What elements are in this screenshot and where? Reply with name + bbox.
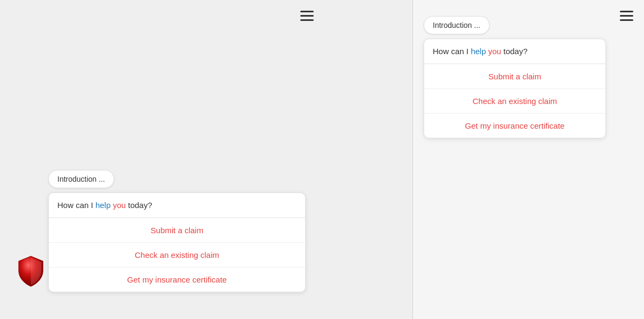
check-claim-btn-right[interactable]: Check an existing claim — [424, 88, 605, 113]
chat-options-right: How can I help you today? Submit a claim… — [424, 39, 606, 138]
intro-bubble-left: Introduction ... — [48, 170, 114, 188]
you-text-right: you — [488, 47, 501, 56]
help-text-right: help — [471, 47, 486, 56]
help-text-left: help — [95, 201, 110, 210]
chat-question-right: How can I help you today? — [424, 39, 605, 64]
chat-question-left: How can I help you today? — [49, 193, 305, 218]
chat-options-left: How can I help you today? Submit a claim… — [48, 192, 306, 292]
insurance-cert-btn-right[interactable]: Get my insurance certificate — [424, 113, 605, 138]
right-panel: Introduction ... How can I help you toda… — [413, 0, 644, 319]
hamburger-menu-right[interactable] — [617, 8, 636, 24]
submit-claim-btn-right[interactable]: Submit a claim — [424, 64, 605, 88]
check-claim-btn-left[interactable]: Check an existing claim — [49, 242, 305, 267]
insurance-cert-btn-left[interactable]: Get my insurance certificate — [49, 267, 305, 292]
submit-claim-btn-left[interactable]: Submit a claim — [49, 218, 305, 242]
chat-card-right: Introduction ... How can I help you toda… — [424, 16, 606, 138]
intro-bubble-right: Introduction ... — [424, 16, 490, 34]
shield-icon — [16, 255, 46, 290]
left-panel: Introduction ... How can I help you toda… — [0, 0, 413, 319]
you-text-left: you — [113, 201, 125, 210]
hamburger-menu-left[interactable] — [298, 8, 316, 24]
chat-card-left: Introduction ... How can I help you toda… — [48, 170, 306, 292]
